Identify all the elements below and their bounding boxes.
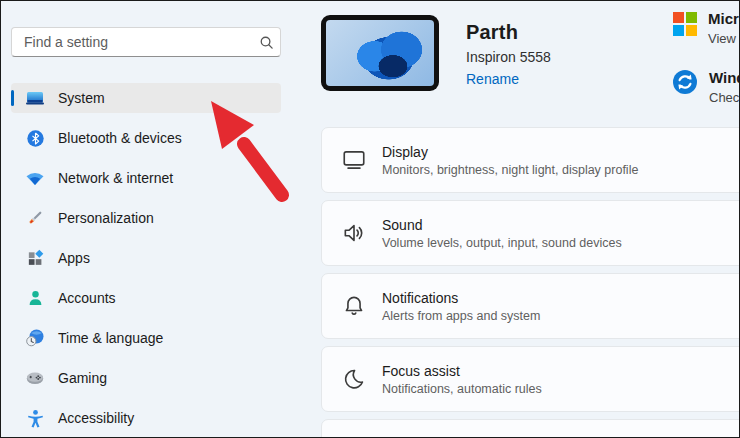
gaming-icon: [25, 368, 45, 388]
sidebar-item-label: Personalization: [58, 210, 154, 226]
sidebar: System Bluetooth & devices Network & int…: [1, 1, 301, 437]
sidebar-item-network-internet[interactable]: Network & internet: [11, 163, 281, 193]
settings-card-notifications[interactable]: Notifications Alerts from apps and syste…: [321, 273, 740, 339]
search-icon[interactable]: [252, 35, 280, 50]
personalization-icon: [25, 208, 45, 228]
card-title: Notifications: [382, 290, 540, 306]
apps-icon: [25, 248, 45, 268]
focus-assist-icon: [340, 365, 368, 393]
accounts-icon: [25, 288, 45, 308]
sidebar-item-label: Gaming: [58, 370, 107, 386]
sidebar-item-label: Accounts: [58, 290, 116, 306]
microsoft-account-row[interactable]: Microsoft account View benefits: [673, 10, 740, 46]
sidebar-item-accounts[interactable]: Accounts: [11, 283, 281, 313]
accessibility-icon: [25, 408, 45, 428]
selected-indicator: [11, 90, 14, 106]
card-subtitle: Alerts from apps and system: [382, 309, 540, 323]
card-title: Focus assist: [382, 363, 542, 379]
rename-link[interactable]: Rename: [466, 71, 519, 87]
settings-window: System Bluetooth & devices Network & int…: [0, 0, 740, 438]
sound-icon: [340, 219, 368, 247]
sidebar-item-apps[interactable]: Apps: [11, 243, 281, 273]
sidebar-item-label: Accessibility: [58, 410, 134, 426]
account-title: Microsoft account: [708, 10, 740, 27]
device-model: Inspiron 5558: [466, 49, 551, 65]
windows-update-row[interactable]: Windows Update Check for updates: [672, 69, 740, 105]
settings-card-focus-assist[interactable]: Focus assist Notifications, automatic ru…: [321, 346, 740, 412]
account-subtitle: View benefits: [708, 31, 740, 46]
sidebar-item-accessibility[interactable]: Accessibility: [11, 403, 281, 433]
settings-card-display[interactable]: Display Monitors, brightness, night ligh…: [321, 127, 740, 193]
card-subtitle: Monitors, brightness, night light, displ…: [382, 163, 638, 177]
search-input[interactable]: [12, 34, 252, 50]
display-icon: [340, 146, 368, 174]
update-title: Windows Update: [709, 69, 740, 86]
device-name: Parth: [466, 21, 551, 44]
sidebar-item-label: System: [58, 90, 105, 106]
bluetooth-icon: [25, 128, 45, 148]
windows-update-icon: [672, 69, 698, 99]
sidebar-item-label: Time & language: [58, 330, 163, 346]
device-thumbnail: [321, 15, 439, 91]
sidebar-item-label: Bluetooth & devices: [58, 130, 182, 146]
sidebar-item-bluetooth-devices[interactable]: Bluetooth & devices: [11, 123, 281, 153]
search-box[interactable]: [11, 27, 281, 57]
sidebar-item-personalization[interactable]: Personalization: [11, 203, 281, 233]
sidebar-item-label: Apps: [58, 250, 90, 266]
sidebar-item-gaming[interactable]: Gaming: [11, 363, 281, 393]
microsoft-logo-icon: [673, 12, 697, 36]
card-title: Sound: [382, 217, 622, 233]
network-icon: [25, 168, 45, 188]
sidebar-nav: System Bluetooth & devices Network & int…: [11, 83, 281, 438]
device-wallpaper: [326, 20, 434, 86]
time-language-icon: [25, 328, 45, 348]
update-subtitle: Check for updates: [709, 90, 740, 105]
system-icon: [25, 88, 45, 108]
sidebar-item-label: Network & internet: [58, 170, 173, 186]
settings-cards: Display Monitors, brightness, night ligh…: [321, 127, 740, 438]
card-title: Display: [382, 144, 638, 160]
card-subtitle: Notifications, automatic rules: [382, 382, 542, 396]
notifications-icon: [340, 292, 368, 320]
settings-card-power-battery[interactable]: Power & battery: [321, 419, 740, 438]
card-subtitle: Volume levels, output, input, sound devi…: [382, 236, 622, 250]
device-info: Parth Inspiron 5558 Rename: [466, 21, 551, 88]
sidebar-item-system[interactable]: System: [11, 83, 281, 113]
sidebar-item-time-language[interactable]: Time & language: [11, 323, 281, 353]
settings-card-sound[interactable]: Sound Volume levels, output, input, soun…: [321, 200, 740, 266]
